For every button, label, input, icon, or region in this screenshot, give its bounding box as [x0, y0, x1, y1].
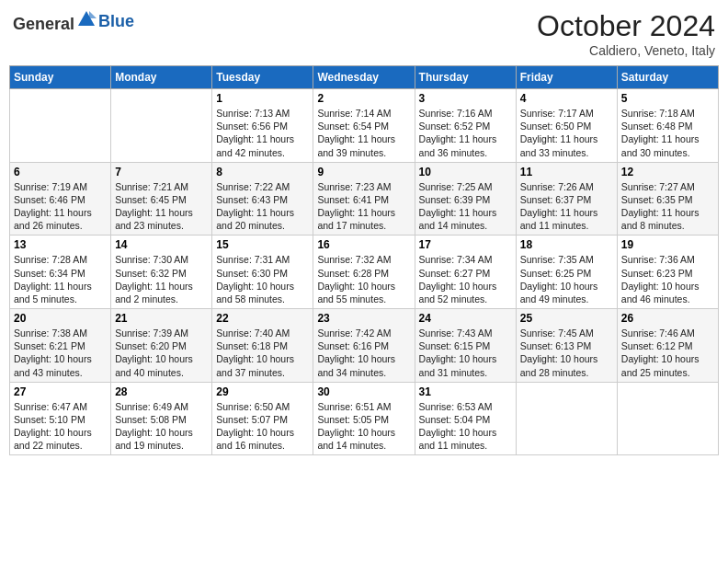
day-info: Sunrise: 7:19 AMSunset: 6:46 PMDaylight:… [14, 180, 107, 233]
weekday-header: Tuesday [212, 66, 313, 89]
day-info: Sunrise: 7:38 AMSunset: 6:21 PMDaylight:… [14, 327, 107, 379]
day-number: 11 [520, 166, 613, 178]
day-info: Sunrise: 7:30 AMSunset: 6:32 PMDaylight:… [115, 253, 208, 305]
day-info: Sunrise: 7:17 AMSunset: 6:50 PMDaylight:… [520, 107, 613, 159]
day-info: Sunrise: 6:47 AMSunset: 5:10 PMDaylight:… [14, 400, 107, 453]
day-number: 29 [216, 385, 309, 398]
day-number: 4 [520, 92, 613, 105]
calendar-cell: 3Sunrise: 7:16 AMSunset: 6:52 PMDaylight… [415, 89, 516, 163]
day-number: 5 [621, 92, 714, 105]
day-info: Sunrise: 7:45 AMSunset: 6:13 PMDaylight:… [520, 327, 613, 379]
calendar-cell: 17Sunrise: 7:34 AMSunset: 6:27 PMDayligh… [415, 236, 516, 309]
day-info: Sunrise: 7:42 AMSunset: 6:16 PMDaylight:… [317, 327, 410, 379]
day-info: Sunrise: 7:28 AMSunset: 6:34 PMDaylight:… [14, 253, 107, 305]
day-info: Sunrise: 6:51 AMSunset: 5:05 PMDaylight:… [317, 400, 410, 453]
calendar-cell: 11Sunrise: 7:26 AMSunset: 6:37 PMDayligh… [516, 162, 617, 236]
page-header: General Blue October 2024 Caldiero, Vene… [9, 9, 719, 58]
day-info: Sunrise: 7:46 AMSunset: 6:12 PMDaylight:… [621, 327, 714, 379]
calendar-cell: 10Sunrise: 7:25 AMSunset: 6:39 PMDayligh… [415, 162, 516, 236]
day-number: 27 [14, 385, 107, 398]
day-info: Sunrise: 7:34 AMSunset: 6:27 PMDaylight:… [419, 253, 512, 305]
calendar-cell: 5Sunrise: 7:18 AMSunset: 6:48 PMDaylight… [617, 89, 718, 163]
calendar-cell: 16Sunrise: 7:32 AMSunset: 6:28 PMDayligh… [313, 236, 415, 309]
calendar-cell [617, 382, 718, 455]
calendar-cell: 6Sunrise: 7:19 AMSunset: 6:46 PMDaylight… [10, 162, 111, 236]
calendar-week-row: 27Sunrise: 6:47 AMSunset: 5:10 PMDayligh… [10, 382, 719, 455]
day-info: Sunrise: 7:23 AMSunset: 6:41 PMDaylight:… [317, 180, 410, 233]
day-info: Sunrise: 7:31 AMSunset: 6:30 PMDaylight:… [216, 253, 309, 305]
calendar-cell: 22Sunrise: 7:40 AMSunset: 6:18 PMDayligh… [212, 309, 313, 383]
logo-general: General [13, 15, 74, 33]
calendar-cell: 15Sunrise: 7:31 AMSunset: 6:30 PMDayligh… [212, 236, 313, 309]
day-number: 23 [317, 312, 410, 325]
day-number: 14 [115, 238, 208, 251]
calendar-cell: 30Sunrise: 6:51 AMSunset: 5:05 PMDayligh… [313, 382, 415, 455]
day-info: Sunrise: 7:26 AMSunset: 6:37 PMDaylight:… [520, 180, 613, 233]
day-number: 20 [14, 312, 107, 325]
weekday-header: Friday [516, 66, 617, 89]
calendar-cell: 26Sunrise: 7:46 AMSunset: 6:12 PMDayligh… [617, 309, 718, 383]
calendar-week-row: 20Sunrise: 7:38 AMSunset: 6:21 PMDayligh… [10, 309, 719, 383]
calendar-cell: 13Sunrise: 7:28 AMSunset: 6:34 PMDayligh… [10, 236, 111, 309]
calendar-week-row: 1Sunrise: 7:13 AMSunset: 6:56 PMDaylight… [10, 89, 719, 163]
calendar-body: 1Sunrise: 7:13 AMSunset: 6:56 PMDaylight… [10, 89, 719, 455]
calendar-cell [516, 382, 617, 455]
calendar-cell: 20Sunrise: 7:38 AMSunset: 6:21 PMDayligh… [10, 309, 111, 383]
day-info: Sunrise: 7:18 AMSunset: 6:48 PMDaylight:… [621, 107, 714, 159]
svg-marker-1 [89, 11, 97, 18]
day-number: 8 [216, 166, 309, 178]
calendar-week-row: 6Sunrise: 7:19 AMSunset: 6:46 PMDaylight… [10, 162, 719, 236]
day-number: 18 [520, 238, 613, 251]
day-number: 26 [621, 312, 714, 325]
logo-icon [76, 9, 97, 29]
weekday-header: Wednesday [313, 66, 415, 89]
calendar-cell: 28Sunrise: 6:49 AMSunset: 5:08 PMDayligh… [111, 382, 212, 455]
calendar-cell: 2Sunrise: 7:14 AMSunset: 6:54 PMDaylight… [313, 89, 415, 163]
day-info: Sunrise: 7:40 AMSunset: 6:18 PMDaylight:… [216, 327, 309, 379]
calendar-cell: 29Sunrise: 6:50 AMSunset: 5:07 PMDayligh… [212, 382, 313, 455]
day-number: 12 [621, 166, 714, 178]
day-number: 1 [216, 92, 309, 105]
weekday-header: Thursday [415, 66, 516, 89]
weekday-header: Saturday [617, 66, 718, 89]
day-number: 22 [216, 312, 309, 325]
day-number: 24 [419, 312, 512, 325]
day-info: Sunrise: 7:14 AMSunset: 6:54 PMDaylight:… [317, 107, 410, 159]
day-number: 2 [317, 92, 410, 105]
day-number: 19 [621, 238, 714, 251]
day-number: 17 [419, 238, 512, 251]
calendar-cell: 23Sunrise: 7:42 AMSunset: 6:16 PMDayligh… [313, 309, 415, 383]
weekday-header-row: SundayMondayTuesdayWednesdayThursdayFrid… [10, 66, 719, 89]
day-info: Sunrise: 7:21 AMSunset: 6:45 PMDaylight:… [115, 180, 208, 233]
calendar-week-row: 13Sunrise: 7:28 AMSunset: 6:34 PMDayligh… [10, 236, 719, 309]
calendar-cell: 19Sunrise: 7:36 AMSunset: 6:23 PMDayligh… [617, 236, 718, 309]
day-number: 7 [115, 166, 208, 178]
day-number: 10 [419, 166, 512, 178]
day-number: 25 [520, 312, 613, 325]
location-title: Caldiero, Veneto, Italy [537, 43, 715, 58]
calendar-cell: 25Sunrise: 7:45 AMSunset: 6:13 PMDayligh… [516, 309, 617, 383]
day-info: Sunrise: 7:27 AMSunset: 6:35 PMDaylight:… [621, 180, 714, 233]
calendar-cell: 9Sunrise: 7:23 AMSunset: 6:41 PMDaylight… [313, 162, 415, 236]
day-info: Sunrise: 6:49 AMSunset: 5:08 PMDaylight:… [115, 400, 208, 453]
day-number: 16 [317, 238, 410, 251]
day-info: Sunrise: 6:50 AMSunset: 5:07 PMDaylight:… [216, 400, 309, 453]
calendar-cell: 8Sunrise: 7:22 AMSunset: 6:43 PMDaylight… [212, 162, 313, 236]
day-info: Sunrise: 7:16 AMSunset: 6:52 PMDaylight:… [419, 107, 512, 159]
title-block: October 2024 Caldiero, Veneto, Italy [537, 9, 715, 58]
calendar-cell: 31Sunrise: 6:53 AMSunset: 5:04 PMDayligh… [415, 382, 516, 455]
day-info: Sunrise: 7:39 AMSunset: 6:20 PMDaylight:… [115, 327, 208, 379]
day-number: 6 [14, 166, 107, 178]
weekday-header: Monday [111, 66, 212, 89]
day-number: 3 [419, 92, 512, 105]
month-title: October 2024 [537, 9, 715, 43]
logo-blue: Blue [98, 12, 134, 30]
day-number: 9 [317, 166, 410, 178]
day-info: Sunrise: 6:53 AMSunset: 5:04 PMDaylight:… [419, 400, 512, 453]
calendar-table: SundayMondayTuesdayWednesdayThursdayFrid… [9, 65, 719, 455]
calendar-cell: 18Sunrise: 7:35 AMSunset: 6:25 PMDayligh… [516, 236, 617, 309]
calendar-cell [111, 89, 212, 163]
day-number: 13 [14, 238, 107, 251]
weekday-header: Sunday [10, 66, 111, 89]
calendar-cell: 24Sunrise: 7:43 AMSunset: 6:15 PMDayligh… [415, 309, 516, 383]
